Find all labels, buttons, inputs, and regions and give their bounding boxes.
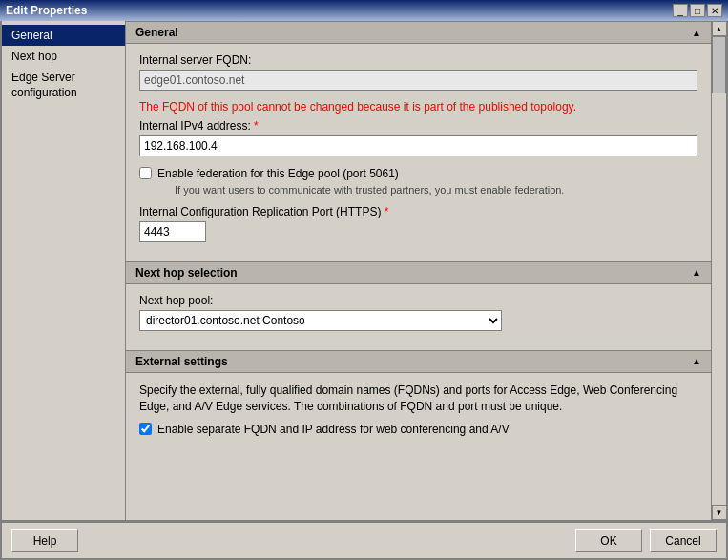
title-bar-buttons: _ □ ✕ (673, 4, 722, 17)
left-nav: General Next hop Edge Serverconfiguratio… (2, 21, 126, 520)
right-content: General ▲ Internal server FQDN: The FQDN… (126, 21, 711, 520)
scroll-thumb[interactable] (712, 36, 726, 93)
general-section-body: Internal server FQDN: The FQDN of this p… (126, 44, 711, 261)
federation-checkbox[interactable] (139, 167, 152, 179)
separate-fqdn-label[interactable]: Enable separate FQDN and IP address for … (157, 422, 510, 438)
dialog-body: General Next hop Edge Serverconfiguratio… (0, 21, 728, 522)
external-section-body: Specify the external, fully qualified do… (126, 373, 711, 455)
cancel-button[interactable]: Cancel (650, 529, 717, 552)
general-section-header: General ▲ (126, 21, 711, 44)
sidebar-item-general[interactable]: General (2, 25, 125, 46)
general-collapse-arrow[interactable]: ▲ (692, 28, 701, 38)
fqdn-label: Internal server FQDN: (139, 53, 697, 67)
federation-label: Enable federation for this Edge pool (po… (157, 166, 564, 182)
external-section: External settings ▲ Specify the external… (126, 350, 711, 455)
separate-fqdn-checkbox-row: Enable separate FQDN and IP address for … (139, 422, 697, 438)
ok-button[interactable]: OK (575, 529, 642, 552)
ipv4-label: Internal IPv4 address: * (139, 119, 697, 133)
next-hop-pool-label: Next hop pool: (139, 294, 697, 307)
next-hop-section-title: Next hop selection (135, 266, 238, 280)
ipv4-group: Internal IPv4 address: * (139, 119, 697, 156)
fqdn-input[interactable] (139, 70, 697, 91)
federation-sub-text: If you want users to communicate with tr… (157, 184, 564, 196)
external-description: Specify the external, fully qualified do… (139, 383, 697, 415)
external-collapse-arrow[interactable]: ▲ (692, 356, 701, 366)
maximize-button[interactable]: □ (690, 4, 705, 17)
replication-required-star: * (385, 205, 389, 218)
scrollbar[interactable]: ▲ ▼ (711, 21, 726, 520)
sidebar-item-edge-server[interactable]: Edge Serverconfiguration (2, 67, 125, 104)
next-hop-section: Next hop selection ▲ Next hop pool: dire… (126, 261, 711, 350)
replication-label: Internal Configuration Replication Port … (139, 205, 697, 218)
title-bar-text: Edit Properties (6, 4, 87, 17)
replication-input[interactable] (139, 221, 206, 242)
fqdn-group: Internal server FQDN: (139, 53, 697, 91)
next-hop-dropdown-row: director01.contoso.net Contoso (139, 310, 697, 331)
replication-group: Internal Configuration Replication Port … (139, 205, 697, 242)
separate-fqdn-checkbox[interactable] (139, 423, 152, 435)
next-hop-section-header: Next hop selection ▲ (126, 261, 711, 284)
scroll-down-button[interactable]: ▼ (712, 505, 727, 520)
fqdn-error-text: The FQDN of this pool cannot be changed … (139, 100, 697, 114)
next-hop-collapse-arrow[interactable]: ▲ (692, 267, 701, 278)
minimize-button[interactable]: _ (673, 4, 688, 17)
help-button[interactable]: Help (11, 529, 78, 552)
scroll-thumb-area (712, 36, 726, 505)
next-hop-pool-group: Next hop pool: director01.contoso.net Co… (139, 294, 697, 331)
content-wrapper: General ▲ Internal server FQDN: The FQDN… (126, 21, 726, 520)
ipv4-input[interactable] (139, 135, 697, 156)
title-bar: Edit Properties _ □ ✕ (0, 0, 728, 21)
scroll-up-button[interactable]: ▲ (712, 21, 727, 36)
general-section-title: General (135, 26, 178, 39)
sidebar-item-next-hop[interactable]: Next hop (2, 46, 125, 67)
external-section-header: External settings ▲ (126, 350, 711, 373)
ipv4-required-star: * (254, 119, 259, 133)
federation-checkbox-row: Enable federation for this Edge pool (po… (139, 166, 697, 196)
general-section: General ▲ Internal server FQDN: The FQDN… (126, 21, 711, 261)
next-hop-pool-select[interactable]: director01.contoso.net Contoso (139, 310, 502, 331)
external-section-title: External settings (135, 355, 228, 368)
bottom-right-buttons: OK Cancel (575, 529, 717, 552)
next-hop-section-body: Next hop pool: director01.contoso.net Co… (126, 284, 711, 350)
bottom-bar: Help OK Cancel (0, 522, 728, 560)
close-button[interactable]: ✕ (707, 4, 722, 17)
